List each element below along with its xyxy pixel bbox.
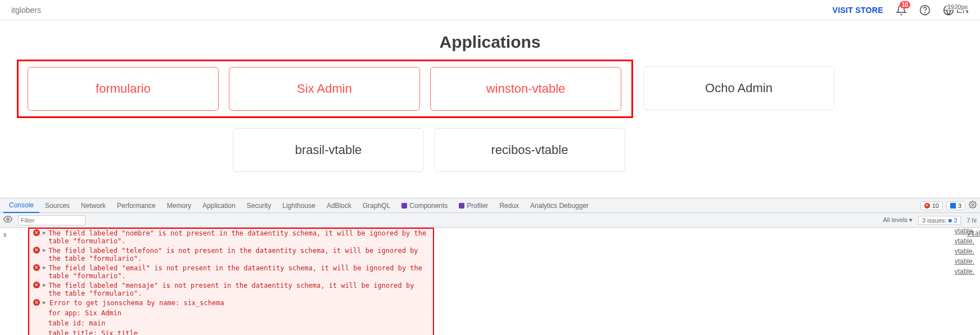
count-label: 10: [932, 202, 939, 209]
devtools-tab-graphql[interactable]: GraphQL: [357, 198, 396, 213]
expand-caret-icon[interactable]: ▶: [43, 247, 47, 253]
app-card-recibos-vtable[interactable]: recibos-vtable: [434, 128, 625, 172]
svg-point-4: [7, 218, 9, 220]
devtools-tab-analytics-debugger[interactable]: Analytics Debugger: [525, 198, 594, 213]
console-log-row[interactable]: 6 ▶ Error to get jsonschema by name: six…: [29, 298, 433, 308]
issues-blue-count: ■ 3: [948, 217, 957, 224]
devtools-tab-adblock[interactable]: AdBlock: [321, 198, 357, 213]
log-message: The field labeled "mensaje" is not prese…: [48, 282, 430, 297]
language-button[interactable]: EN 1920px: [943, 4, 969, 16]
page-title: Applications: [0, 33, 980, 52]
eye-icon: [3, 215, 12, 224]
devtools-tab-label: Profiler: [467, 202, 488, 210]
console-log-row[interactable]: ✕ ▶ The field labeled "email" is not pre…: [29, 264, 433, 281]
notification-badge: 10: [900, 1, 910, 8]
expand-caret-icon[interactable]: ▶: [43, 299, 48, 305]
log-message-line: table title: Six title: [29, 328, 433, 335]
devtools-levels-dropdown[interactable]: All levels ▾: [883, 216, 912, 224]
devtools-tab-memory[interactable]: Memory: [161, 198, 197, 213]
devtools-panel: Console Sources Network Performance Memo…: [0, 198, 980, 335]
log-message: Error to get jsonschema by name: six_sch…: [49, 299, 224, 307]
devtools-tab-components[interactable]: Components: [396, 198, 453, 213]
error-icon: ✕: [33, 247, 40, 253]
log-source-link[interactable]: vtable.: [955, 237, 974, 245]
layout-spacer: [17, 128, 223, 172]
count-label: 3: [958, 202, 961, 209]
error-icon: ✕: [33, 282, 40, 288]
log-source-link[interactable]: vtable.: [955, 268, 974, 275]
gear-icon: [969, 201, 977, 209]
message-icon: [950, 203, 956, 209]
app-card-formulario[interactable]: formulario: [28, 67, 219, 111]
error-icon: ✕: [924, 203, 930, 209]
app-card-six-admin[interactable]: Six Admin: [229, 67, 420, 111]
devtools-error-count[interactable]: ✕10: [920, 201, 943, 210]
log-message-line: for app: Six Admin: [29, 308, 433, 318]
highlighted-apps-group: formulario Six Admin winston-vtable: [17, 60, 633, 118]
resolution-overlay: 1920px: [946, 3, 969, 10]
devtools-tab-label: Components: [409, 202, 448, 210]
devtools-hidden-label: 7 hi: [967, 217, 977, 224]
applications-area: formulario Six Admin winston-vtable Ocho…: [0, 60, 980, 194]
error-count-icon: 6: [33, 299, 40, 306]
devtools-tab-lighthouse[interactable]: Lighthouse: [277, 198, 321, 213]
app-card-brasil-vtable[interactable]: brasil-vtable: [233, 128, 424, 172]
issues-label: 3 issues:: [922, 217, 946, 224]
log-source-link[interactable]: vtable.: [955, 247, 974, 255]
app-card-winston-vtable[interactable]: winston-vtable: [430, 67, 621, 111]
devtools-settings-button[interactable]: [969, 201, 977, 210]
console-log-row[interactable]: ✕ ▶ The field labeled "mensaje" is not p…: [29, 281, 433, 298]
expand-caret-icon[interactable]: ▶: [43, 264, 47, 270]
workspace-name: itglobers: [11, 6, 41, 15]
log-message: The field labeled "telefono" is not pres…: [48, 247, 430, 262]
devtools-tab-sources[interactable]: Sources: [39, 198, 75, 213]
help-button[interactable]: [919, 4, 931, 16]
devtools-log-area: ✕ ▶ The field labeled "nombre" is not pr…: [28, 228, 980, 335]
devtools-tab-redux[interactable]: Redux: [494, 198, 525, 213]
console-log-row[interactable]: ✕ ▶ The field labeled "nombre" is not pr…: [29, 229, 433, 246]
log-source-link[interactable]: vtable.: [955, 227, 974, 235]
devtools-tab-application[interactable]: Application: [197, 198, 241, 213]
expand-caret-icon[interactable]: ▶: [43, 282, 47, 288]
devtools-tab-performance[interactable]: Performance: [111, 198, 161, 213]
help-icon: [919, 4, 931, 16]
log-source-link[interactable]: vtable.: [955, 257, 974, 265]
devtools-tab-console[interactable]: Console: [3, 198, 39, 213]
devtools-filter-bar: All levels ▾ 3 issues: ■ 3 7 hi: [0, 213, 980, 228]
svg-point-1: [924, 12, 925, 12]
devtools-tab-security[interactable]: Security: [241, 198, 277, 213]
svg-point-3: [972, 203, 974, 206]
error-icon: ✕: [33, 264, 40, 271]
react-icon: [459, 203, 464, 209]
app-card-ocho-admin[interactable]: Ocho Admin: [643, 66, 834, 110]
log-message: The field labeled "nombre" is not presen…: [48, 229, 430, 245]
devtools-tab-network[interactable]: Network: [75, 198, 111, 213]
topbar-right: VISIT STORE 10 EN 1920px: [833, 4, 969, 16]
devtools-filter-input[interactable]: [18, 215, 85, 225]
devtools-issues-button[interactable]: 3 issues: ■ 3: [918, 216, 961, 225]
devtools-eye-button[interactable]: [3, 215, 12, 225]
devtools-tabs: Console Sources Network Performance Memo…: [0, 198, 980, 213]
notifications-button[interactable]: 10: [896, 4, 907, 16]
devtools-sidebar: s: [0, 228, 28, 335]
topbar: itglobers VISIT STORE 10 EN 1920px: [0, 0, 980, 20]
react-icon: [401, 203, 407, 209]
log-message-line: table id: main: [29, 318, 433, 328]
visit-store-link[interactable]: VISIT STORE: [833, 6, 883, 15]
sidebar-item[interactable]: s: [0, 231, 28, 238]
log-message: The field labeled "email" is not present…: [48, 264, 430, 280]
devtools-tab-profiler[interactable]: Profiler: [453, 198, 494, 213]
devtools-console-body: s ✕ ▶ The field labeled "nombre" is not …: [0, 228, 980, 335]
expand-caret-icon[interactable]: ▶: [43, 229, 47, 236]
error-icon: ✕: [33, 229, 40, 236]
console-log-row[interactable]: ✕ ▶ The field labeled "telefono" is not …: [29, 246, 433, 264]
devtools-message-count[interactable]: 3: [946, 201, 965, 210]
